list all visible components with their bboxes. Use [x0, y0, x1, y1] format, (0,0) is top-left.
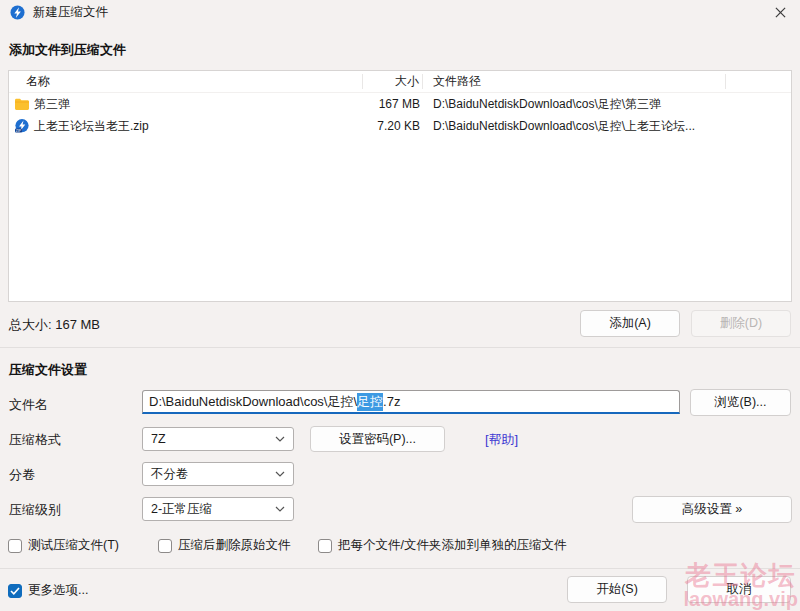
start-button[interactable]: 开始(S): [567, 576, 667, 603]
cancel-button[interactable]: 取消: [687, 576, 791, 603]
section-archive-settings: 压缩文件设置: [9, 361, 87, 379]
column-header-name[interactable]: 名称: [9, 74, 363, 89]
total-row: 总大小: 167 MB 添加(A) 删除(D): [0, 308, 800, 340]
close-icon[interactable]: [760, 0, 800, 24]
level-label: 压缩级别: [9, 501, 61, 519]
help-link[interactable]: [帮助]: [485, 431, 518, 449]
filename-label: 文件名: [9, 396, 48, 414]
add-button[interactable]: 添加(A): [580, 310, 680, 337]
column-header-blank: [726, 74, 791, 89]
checkbox-box: [158, 539, 172, 553]
file-name-text: 上老王论坛当老王.zip: [34, 118, 149, 135]
level-select[interactable]: 2-正常压缩: [142, 497, 294, 521]
total-size-label: 总大小: 167 MB: [9, 316, 100, 334]
checkbox-more-options[interactable]: 更多选项...: [8, 582, 88, 599]
volume-label: 分卷: [9, 466, 35, 484]
zip-file-icon: ZIP: [14, 118, 30, 134]
table-row[interactable]: 第三弹 167 MB D:\BaiduNetdiskDownload\cos\足…: [9, 93, 791, 115]
file-path-cell: D:\BaiduNetdiskDownload\cos\足控\第三弹: [423, 96, 726, 113]
chevron-down-icon: [275, 436, 285, 442]
divider: [0, 568, 800, 569]
filename-selected-text: 足控: [357, 393, 383, 411]
filename-input[interactable]: D:\BaiduNetdiskDownload\cos\足控\足控.7z: [142, 390, 680, 414]
column-header-size[interactable]: 大小: [363, 74, 423, 89]
checkbox-checked-box: [8, 584, 22, 598]
file-size-cell: 167 MB: [363, 97, 423, 111]
dialog-title: 新建压缩文件: [33, 4, 108, 21]
checkbox-label: 测试压缩文件(T): [28, 537, 119, 554]
checkbox-separate-archives[interactable]: 把每个文件/文件夹添加到单独的压缩文件: [318, 537, 566, 554]
file-size-cell: 7.20 KB: [363, 119, 423, 133]
checkbox-box: [318, 539, 332, 553]
checkbox-test-archive[interactable]: 测试压缩文件(T): [8, 537, 119, 554]
file-list: 名称 大小 文件路径 第三弹 167 MB D:\BaiduNetdiskDow…: [8, 70, 792, 302]
chevron-down-icon: [275, 471, 285, 477]
checkbox-box: [8, 539, 22, 553]
filename-prefix: D:\BaiduNetdiskDownload\cos\足控\: [149, 393, 357, 411]
section-add-files: 添加文件到压缩文件: [9, 41, 126, 59]
file-name-cell: 第三弹: [9, 96, 363, 113]
bandizip-app-icon: [10, 5, 25, 20]
file-list-header: 名称 大小 文件路径: [9, 71, 791, 93]
level-value: 2-正常压缩: [151, 501, 212, 518]
file-name-text: 第三弹: [34, 96, 70, 113]
format-value: 7Z: [151, 432, 166, 446]
divider: [0, 347, 800, 348]
checkbox-label: 压缩后删除原始文件: [178, 537, 291, 554]
filename-suffix: .7z: [383, 394, 400, 409]
volume-select[interactable]: 不分卷: [142, 462, 294, 486]
table-row[interactable]: ZIP 上老王论坛当老王.zip 7.20 KB D:\BaiduNetdisk…: [9, 115, 791, 137]
column-header-path[interactable]: 文件路径: [423, 74, 726, 89]
svg-text:ZIP: ZIP: [16, 129, 22, 133]
set-password-button[interactable]: 设置密码(P)...: [310, 426, 445, 452]
checkbox-delete-originals[interactable]: 压缩后删除原始文件: [158, 537, 291, 554]
browse-button[interactable]: 浏览(B)...: [690, 389, 791, 416]
checkbox-label: 更多选项...: [28, 582, 88, 599]
new-archive-dialog: 新建压缩文件 添加文件到压缩文件 名称 大小 文件路径 第三弹 167 MB D…: [0, 0, 800, 611]
checkbox-label: 把每个文件/文件夹添加到单独的压缩文件: [338, 537, 566, 554]
advanced-settings-button[interactable]: 高级设置 »: [632, 496, 792, 523]
chevron-down-icon: [275, 506, 285, 512]
delete-button[interactable]: 删除(D): [691, 310, 791, 337]
volume-value: 不分卷: [151, 466, 189, 483]
format-label: 压缩格式: [9, 431, 61, 449]
file-name-cell: ZIP 上老王论坛当老王.zip: [9, 118, 363, 135]
file-path-cell: D:\BaiduNetdiskDownload\cos\足控\上老王论坛...: [423, 118, 726, 135]
titlebar: 新建压缩文件: [0, 0, 800, 24]
folder-icon: [14, 96, 30, 112]
format-select[interactable]: 7Z: [142, 427, 294, 451]
